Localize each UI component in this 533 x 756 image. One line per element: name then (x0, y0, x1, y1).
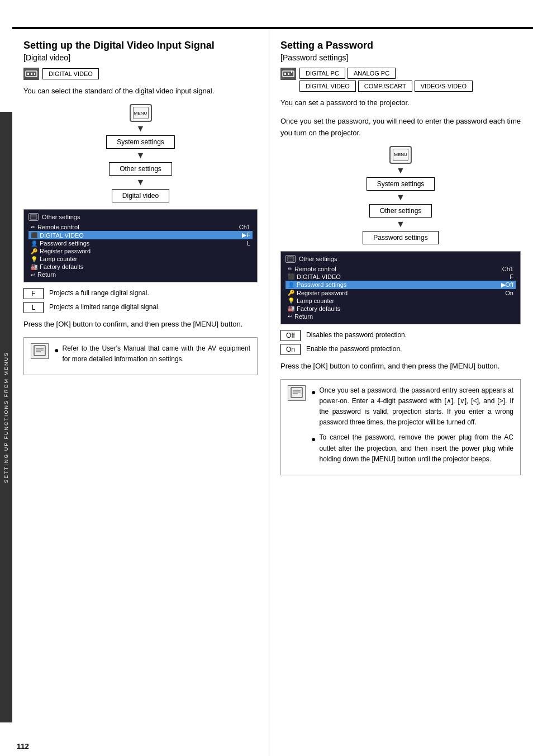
right-ms-row1-label: DIGITAL VIDEO (297, 273, 341, 280)
left-ms-row-0: ✏Remote control Ch1 (28, 223, 253, 231)
right-input-row1: DIGITAL PC ANALOG PC (299, 68, 473, 79)
right-flow-step2: Other settings (369, 204, 432, 218)
right-menu-screenshot: Other settings ✏Remote control Ch1 ⬛DIGI… (280, 251, 521, 324)
right-connector-icon (282, 69, 294, 78)
right-note-icon (288, 385, 306, 401)
left-ms-row-6: ↩Return (28, 271, 253, 278)
left-ms-row1-val: ▶F (242, 231, 250, 239)
right-menu-label: MENU (394, 152, 407, 157)
left-note-text: Refer to the User's Manual that came wit… (62, 343, 250, 365)
right-flow-step3: Password settings (363, 231, 438, 244)
left-legend-key-1: L (23, 302, 44, 313)
svg-rect-2 (31, 73, 32, 75)
right-ms-row-4: 💡Lamp counter (285, 297, 516, 305)
right-ms-row-1: ⬛DIGITAL VIDEO F (285, 273, 516, 281)
right-ms-icon (285, 255, 296, 263)
svg-rect-18 (291, 388, 302, 398)
right-legend-desc-0: Disables the password protection. (306, 330, 407, 340)
right-column: Setting a Password [Password settings] D… (269, 29, 532, 756)
left-ms-row2-val: L (247, 240, 250, 247)
side-label-text: SETTING UP FUNCTIONS FROM MENUS (3, 352, 9, 483)
left-menu-label: MENU (134, 111, 147, 116)
right-ms-row0-val: Ch1 (502, 266, 513, 272)
left-legend-desc-0: Projects a full range digital signal. (49, 288, 149, 298)
svg-rect-13 (288, 73, 289, 75)
right-flow-step1: System settings (367, 177, 435, 191)
page-container: SETTING UP FUNCTIONS FROM MENUS Setting … (0, 0, 533, 756)
right-ms-row4-label: Lamp counter (297, 297, 334, 304)
svg-rect-1 (27, 73, 29, 75)
left-ms-row2-label: Password settings (40, 240, 89, 247)
main-content: Setting up the Digital Video Input Signa… (12, 28, 533, 756)
right-ms-row-3: 🔑Register password On (285, 289, 516, 297)
right-bullet-0: ● Once you set a password, the password … (311, 385, 513, 428)
left-desc: You can select the standard of the digit… (23, 86, 258, 97)
right-arrow-2: ▼ (396, 193, 405, 202)
left-arrow-1: ▼ (136, 124, 145, 133)
right-btn-video-svideo: VIDEO/S-VIDEO (415, 81, 473, 92)
left-legend-1: L Projects a limited range digital signa… (23, 302, 258, 313)
left-ms-row6-label: Return (37, 271, 56, 278)
right-title: Setting a Password (280, 39, 521, 52)
right-menu-icon-inner: MENU (393, 149, 408, 161)
left-ms-title-row: Other settings (28, 213, 253, 221)
right-subtitle: [Password settings] (280, 53, 521, 62)
right-ms-row-5: 🏭Factory defaults (285, 305, 516, 313)
right-note-icon-svg (290, 387, 303, 399)
left-input-row: DIGITAL VIDEO (23, 68, 258, 80)
left-ms-row3-label: Register password (40, 248, 91, 254)
left-ms-icon-svg (30, 214, 37, 220)
right-ms-row0-label: Remote control (294, 266, 336, 272)
left-ms-title: Other settings (42, 214, 80, 220)
left-ms-row-5: 🏭Factory defaults (28, 263, 253, 271)
svg-rect-12 (284, 73, 286, 75)
right-legend-desc-1: Enable the password protection. (306, 344, 402, 354)
left-note-icon (31, 343, 49, 359)
left-arrow-2: ▼ (136, 151, 145, 160)
left-ms-row-3: 🔑Register password (28, 247, 253, 255)
right-btn-digital-pc: DIGITAL PC (299, 68, 345, 79)
left-note-list: ● Refer to the User's Manual that came w… (54, 343, 250, 369)
svg-rect-14 (291, 70, 292, 73)
right-legend-0: Off Disables the password protection. (280, 330, 521, 341)
svg-rect-7 (34, 346, 45, 356)
left-menu-flow: MENU ▼ System settings ▼ Other settings … (23, 104, 258, 204)
right-legend-key-1: On (280, 344, 301, 355)
left-flow-step3: Digital video (112, 189, 169, 202)
left-legend-desc-1: Projects a limited range digital signal. (49, 302, 160, 312)
right-arrow-1: ▼ (396, 166, 405, 175)
right-legend-1: On Enable the password protection. (280, 344, 521, 355)
page-number: 112 (17, 742, 29, 750)
right-ms-row2-label: Password settings (297, 281, 346, 288)
right-input-icon (280, 68, 296, 80)
right-ms-row3-val: On (505, 290, 513, 296)
right-ms-row-2: 👤Password settings ▶Off (285, 281, 516, 289)
right-ms-title: Other settings (299, 256, 337, 262)
right-ms-row2-val: ▶Off (501, 281, 513, 289)
right-btn-digital-video: DIGITAL VIDEO (299, 81, 356, 92)
right-arrow-3: ▼ (396, 220, 405, 229)
right-btn-comp-scart: COMP./SCART (358, 81, 412, 92)
connector-icon (25, 69, 37, 78)
side-label: SETTING UP FUNCTIONS FROM MENUS (0, 112, 12, 722)
top-rule (12, 27, 533, 28)
right-note-box: ● Once you set a password, the password … (280, 379, 521, 475)
left-ms-row0-val: Ch1 (239, 224, 250, 230)
right-input-btns: DIGITAL PC ANALOG PC DIGITAL VIDEO COMP.… (299, 68, 473, 92)
right-input-row2: DIGITAL VIDEO COMP./SCART VIDEO/S-VIDEO (299, 81, 473, 92)
left-menu-screenshot: Other settings ✏Remote control Ch1 ⬛DIGI… (23, 209, 258, 282)
left-note-box: ● Refer to the User's Manual that came w… (23, 337, 258, 375)
right-bullet-0-text: Once you set a password, the password en… (319, 385, 513, 428)
left-legend-0: F Projects a full range digital signal. (23, 288, 258, 299)
left-arrow-3: ▼ (136, 178, 145, 187)
right-ms-row6-label: Return (294, 313, 313, 320)
right-desc2: Once you set the password, you will need… (280, 116, 521, 139)
left-menu-icon-inner: MENU (133, 107, 149, 119)
note-icon-svg (33, 345, 46, 357)
right-menu-flow: MENU ▼ System settings ▼ Other settings … (280, 146, 521, 245)
right-bullet-1-text: To cancel the password, remove the power… (319, 432, 513, 465)
left-flow-step2: Other settings (109, 162, 172, 176)
left-flow-step1: System settings (106, 135, 175, 149)
right-ms-row5-label: Factory defaults (297, 305, 340, 312)
left-ms-row4-label: Lamp counter (40, 256, 77, 262)
